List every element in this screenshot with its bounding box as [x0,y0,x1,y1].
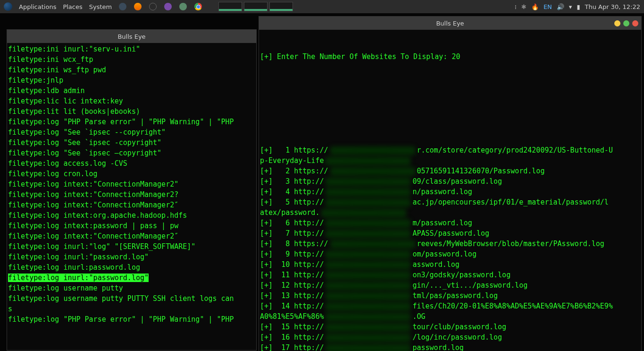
dork-line: filetype:log intext:"ConnectionManager2″ [7,200,256,210]
keyboard-lang[interactable]: EN [544,3,552,10]
result-line: [+] 3 http://09/class/password.log [259,176,641,187]
dork-line: filetype:log intext:org.apache.hadoop.hd… [7,210,256,221]
result-line: [+] 2 https://05716591141326070/Password… [259,166,641,176]
close-button[interactable] [632,20,638,26]
result-line: [+] 11 http://on3/godsky/password.log [259,270,641,280]
result-line: [+] 1 https://r.com/store/category/prod2… [259,145,641,155]
system-monitor [218,2,293,11]
dork-line: filetype:ini inurl:"serv-u.ini" [7,44,256,54]
dork-line: filetype:log "PHP Parse error" | "PHP Wa… [7,117,256,127]
clock: Thu Apr 30, 12:22 [585,3,640,10]
redacted-url-segment [330,146,415,155]
redacted-url-segment [326,188,410,197]
terminal-output-left: filetype:ini inurl:"serv-u.ini"filetype:… [7,43,256,325]
redacted-url-segment [326,198,410,207]
battery-icon[interactable]: ▮ [577,3,580,10]
result-line: A0%81%E5%AF%86%.OG [259,311,641,322]
bluetooth-icon[interactable]: ✱ [521,3,527,10]
dork-line: filetype:ini wcx_ftp [7,54,256,65]
redacted-url-segment [326,302,410,311]
dork-line: filetype:log inurl:password.log [7,262,256,273]
result-line: [+] 6 http://m/password.log [259,218,641,228]
dork-line: filetype:lit lit (books|ebooks) [7,106,256,117]
dork-line: filetype:log "See `ipsec -copyright" [7,137,256,148]
redacted-url-segment [326,292,410,300]
dork-line: filetype:ldb admin [7,86,256,96]
fire-icon[interactable]: 🔥 [531,3,539,10]
dork-line: filetype:ini ws_ftp pwd [7,65,256,75]
redacted-url-segment [326,271,410,280]
distro-logo-icon[interactable] [4,2,12,11]
result-line: [+] 5 http://ac.jp/opencourses/ipf/01/e_… [259,197,641,207]
redacted-url-segment [326,282,410,290]
wifi-icon[interactable]: ▾ [569,3,572,10]
editor-icon[interactable] [164,2,172,11]
firefox-icon[interactable] [134,2,142,11]
dork-line: filetype:log username putty PUTTY SSH cl… [7,293,256,304]
result-line: [+] 10 http://assword.log [259,259,641,270]
dork-line: filetype:log inurl:"password.log" [7,252,256,262]
result-line: [+] 7 http://APASS/password.log [259,228,641,239]
dork-line: filetype:log "PHP Parse error" | "PHP Wa… [7,314,256,325]
titlebar-right[interactable]: Bulls Eye [259,17,641,30]
redacted-url-segment [326,334,410,342]
dork-line: filetype:jnlp [7,75,256,86]
redacted-url-segment [326,323,410,332]
menu-icon[interactable]: ⁝ [515,3,517,10]
desktop: Bulls Eye filetype:ini inurl:"serv-u.ini… [0,13,644,351]
result-line: [+] 9 http://om/password.log [259,249,641,259]
redacted-url-segment [326,219,410,228]
atom-icon[interactable] [179,2,187,11]
result-line: p-Everyday-Life [259,155,641,166]
result-line: [+] 12 http://gin/..._vti.../password.lo… [259,280,641,291]
dork-line: filetype:log intext:"ConnectionManager2" [7,179,256,189]
result-line: [+] 13 http://tml/pas/password.log [259,291,641,301]
terminal-window-left[interactable]: Bulls Eye filetype:ini inurl:"serv-u.ini… [7,29,257,351]
result-line: [+] 8 https://reeves/MyWebBrowser/blob/m… [259,239,641,249]
chrome-icon[interactable] [194,2,202,11]
dork-line: filetype:log cron.log [7,169,256,179]
result-line: [+] 17 http://password.log [259,342,641,351]
redacted-url-segment [326,344,410,351]
redacted-url-segment [326,261,410,269]
dork-line: filetype:log intext:password | pass | pw [7,221,256,231]
taskbar: Applications Places System ⁝ ✱ 🔥 EN 🔊 ▾ … [0,0,644,13]
window-title: Bulls Eye [436,20,464,27]
redacted-url-segment [326,178,410,186]
dork-line: filetype:log username putty [7,283,256,293]
dork-line: filetype:log inurl:"log" "[SERVER_SOFTWA… [7,241,256,252]
result-line: [+] 16 http:///log/inc/password.log [259,332,641,342]
menu-places[interactable]: Places [63,3,82,10]
prompt-line: [+] Enter The Number Of Websites To Disp… [259,51,641,62]
redacted-url-segment [326,250,410,259]
redacted-url-segment [330,240,415,248]
result-line: [+] 14 http://files/Ch20/20-01%E8%A8%AD%… [259,301,641,311]
window-title: Bulls Eye [117,33,145,40]
redacted-url-segment [330,167,415,176]
minimize-button[interactable] [614,20,620,26]
result-line: atex/password. [259,207,641,218]
dork-line: filetype:log intext:"ConnectionManager2? [7,189,256,200]
app-icon-1[interactable] [118,2,127,11]
terminal-window-right[interactable]: Bulls Eye [+] Enter The Number Of Websit… [259,16,642,351]
result-line: [+] 15 http://tour/club/password.log [259,322,641,332]
result-line: [+] 4 http://n/password.log [259,187,641,197]
terminal-output-right: [+] Enter The Number Of Websites To Disp… [259,30,641,351]
menu-system[interactable]: System [89,3,112,10]
dork-line: filetype:log "See `ipsec --copyright" [7,127,256,137]
dork-line: filetype:lic lic intext:key [7,96,256,106]
terminal-icon[interactable] [149,2,157,11]
dork-line: filetype:log "See `ipsec —copyright" [7,148,256,158]
volume-icon[interactable]: 🔊 [557,3,564,10]
dork-line: filetype:log access.log -CVS [7,158,256,169]
menu-applications[interactable]: Applications [19,3,56,10]
titlebar-left[interactable]: Bulls Eye [7,30,256,43]
redacted-url-segment [326,230,410,238]
maximize-button[interactable] [623,20,629,26]
dork-line: s [7,304,256,314]
dork-line: filetype:log intext:"ConnectionManager2″ [7,231,256,241]
dork-line: filetype:log inurl:"password.log" [7,273,256,283]
